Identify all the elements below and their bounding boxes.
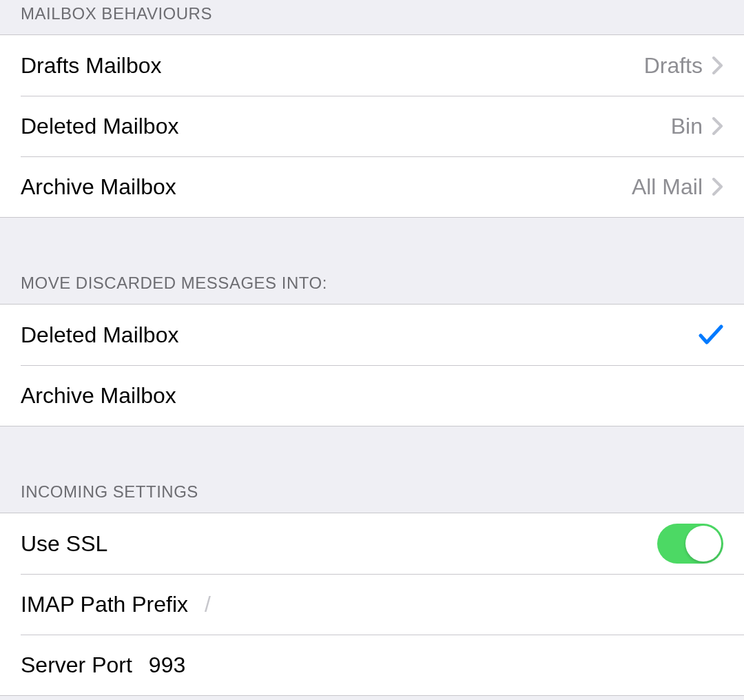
row-value: 993	[149, 652, 185, 678]
row-use-ssl: Use SSL	[0, 513, 744, 574]
chevron-right-icon	[712, 117, 723, 135]
toggle-use-ssl[interactable]	[657, 524, 723, 564]
row-label: Server Port	[21, 652, 132, 678]
row-option-archive-mailbox[interactable]: Archive Mailbox	[0, 365, 744, 426]
row-archive-mailbox[interactable]: Archive Mailbox All Mail	[0, 156, 744, 217]
row-label: Archive Mailbox	[21, 383, 176, 409]
row-value: All Mail	[632, 174, 703, 200]
row-label: Archive Mailbox	[21, 174, 176, 200]
row-label: Drafts Mailbox	[21, 53, 162, 79]
chevron-right-icon	[712, 178, 723, 196]
row-value: Drafts	[644, 53, 703, 79]
row-value: Bin	[671, 114, 703, 139]
row-label: Deleted Mailbox	[21, 114, 178, 139]
section-move-discarded: Deleted Mailbox Archive Mailbox	[0, 304, 744, 426]
section-header-mailbox-behaviours: MAILBOX BEHAVIOURS	[0, 0, 744, 34]
row-drafts-mailbox[interactable]: Drafts Mailbox Drafts	[0, 35, 744, 96]
row-label: Deleted Mailbox	[21, 322, 178, 348]
section-mailbox-behaviours: Drafts Mailbox Drafts Deleted Mailbox Bi…	[0, 34, 744, 218]
row-option-deleted-mailbox[interactable]: Deleted Mailbox	[0, 305, 744, 365]
row-server-port[interactable]: Server Port 993	[0, 635, 744, 695]
section-header-incoming-settings: INCOMING SETTINGS	[0, 464, 744, 513]
checkmark-icon	[699, 324, 723, 346]
row-label: IMAP Path Prefix	[21, 592, 188, 617]
section-incoming-settings: Use SSL IMAP Path Prefix / Server Port 9…	[0, 513, 744, 696]
row-imap-path-prefix[interactable]: IMAP Path Prefix /	[0, 574, 744, 635]
chevron-right-icon	[712, 56, 723, 74]
row-label: Use SSL	[21, 531, 107, 557]
section-header-move-discarded: MOVE DISCARDED MESSAGES INTO:	[0, 256, 744, 304]
row-deleted-mailbox[interactable]: Deleted Mailbox Bin	[0, 96, 744, 156]
row-value: /	[205, 592, 211, 617]
